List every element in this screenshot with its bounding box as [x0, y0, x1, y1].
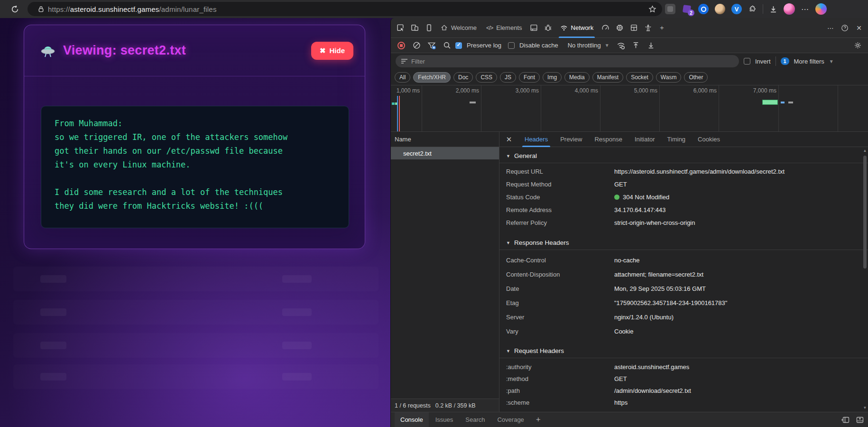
ghost-row: [13, 364, 379, 389]
throttling-select[interactable]: No throttling ▼: [565, 42, 612, 49]
drawer-tab-coverage[interactable]: Coverage: [491, 412, 529, 427]
close-detail-icon[interactable]: ✕: [499, 132, 518, 147]
chip-media[interactable]: Media: [564, 72, 590, 83]
drawer-tab-issues[interactable]: Issues: [430, 412, 459, 427]
drawer-tab-search[interactable]: Search: [460, 412, 490, 427]
tab-welcome[interactable]: Welcome: [436, 18, 481, 38]
password-manager-icon[interactable]: [698, 4, 709, 14]
chip-css[interactable]: CSS: [476, 72, 497, 83]
filter-input[interactable]: Filter: [396, 55, 739, 67]
extension-badge: 2: [688, 9, 694, 16]
add-tab-icon[interactable]: ＋: [656, 22, 668, 34]
devtools-help-icon[interactable]: [839, 22, 851, 34]
url-text: https://asteroid.sunshinectf.games/admin…: [48, 5, 217, 13]
chip-fetch-xhr[interactable]: Fetch/XHR: [413, 72, 451, 83]
copilot-icon[interactable]: [815, 3, 827, 15]
timeline-tick: 2,000 ms: [437, 87, 479, 94]
profile-avatar[interactable]: [784, 3, 795, 15]
add-drawer-tab-icon[interactable]: ＋: [531, 415, 546, 425]
more-filters-label[interactable]: More filters: [794, 58, 824, 65]
clear-network-log-icon[interactable]: [410, 39, 423, 52]
drawer-tab-console[interactable]: Console: [395, 412, 429, 427]
tab-initiator[interactable]: Initiator: [628, 132, 661, 147]
chip-img[interactable]: Img: [543, 72, 562, 83]
avatar-extension-icon[interactable]: [715, 4, 725, 14]
bookmark-star-icon[interactable]: [648, 5, 656, 13]
more-filters-badge: 1: [781, 57, 789, 65]
section-request-headers[interactable]: ▼ Request Headers: [499, 344, 868, 358]
chip-other[interactable]: Other: [684, 72, 708, 83]
chip-js[interactable]: JS: [500, 72, 516, 83]
device-toolbar-icon[interactable]: [408, 22, 421, 34]
extension-icon-purple[interactable]: 2: [682, 4, 692, 14]
expand-drawer-icon[interactable]: [856, 416, 864, 424]
tab-headers[interactable]: Headers: [518, 132, 554, 147]
memory-chip-icon[interactable]: [613, 22, 626, 34]
chip-all[interactable]: All: [395, 72, 410, 83]
scroll-up-icon[interactable]: ▲: [862, 148, 868, 154]
dock-side-icon[interactable]: [841, 416, 850, 424]
preserve-log-checkbox[interactable]: [455, 42, 462, 49]
detail-scrollbar[interactable]: ▲ ▼: [862, 148, 868, 411]
lighthouse-icon[interactable]: [641, 22, 655, 34]
page-title: Viewing: secret2.txt: [39, 43, 186, 58]
chip-socket[interactable]: Socket: [626, 72, 653, 83]
ghost-cell: [40, 342, 66, 349]
search-icon[interactable]: [440, 39, 453, 52]
triangle-down-icon: ▼: [506, 241, 510, 245]
ghost-cell: [40, 308, 66, 316]
tab-response[interactable]: Response: [588, 132, 628, 147]
network-settings-gear-icon[interactable]: [851, 39, 864, 52]
header-row: Content-Dispositionattachment; filename=…: [499, 267, 868, 281]
export-har-icon[interactable]: [645, 39, 658, 52]
request-list: Name secret2.txt 1 / 6 requests 0.2 kB /…: [391, 132, 499, 412]
request-list-name-header[interactable]: Name: [391, 132, 499, 147]
filter-funnel-icon[interactable]: [425, 39, 438, 52]
section-general[interactable]: ▼ General: [499, 149, 868, 163]
puzzle-extensions-icon[interactable]: [748, 5, 757, 13]
invert-checkbox[interactable]: [744, 58, 750, 65]
hide-button[interactable]: ✖ Hide: [311, 42, 353, 60]
console-panel-icon[interactable]: [527, 22, 541, 34]
inspect-icon[interactable]: [394, 22, 407, 34]
ufo-icon: [39, 44, 56, 58]
tab-elements[interactable]: </> Elements: [482, 18, 526, 38]
vimium-icon[interactable]: V: [731, 4, 742, 14]
devtools-more-icon[interactable]: ⋯: [824, 22, 837, 34]
section-response-headers[interactable]: ▼ Response Headers: [499, 236, 868, 250]
performance-gauge-icon[interactable]: [599, 22, 612, 34]
tab-timing[interactable]: Timing: [661, 132, 692, 147]
record-network-log-icon[interactable]: [395, 39, 408, 52]
tab-network[interactable]: Network: [556, 18, 598, 38]
chip-manifest[interactable]: Manifest: [592, 72, 623, 83]
chip-font[interactable]: Font: [519, 72, 540, 83]
disable-cache-checkbox[interactable]: [508, 42, 515, 49]
filter-lines-icon: [401, 59, 407, 64]
downloads-icon[interactable]: [769, 5, 777, 13]
application-icon[interactable]: [627, 22, 640, 34]
request-row-selected[interactable]: secret2.txt: [391, 147, 499, 159]
ghost-row: [13, 300, 379, 325]
timeline-tick: 5,000 ms: [616, 87, 657, 94]
invert-label: Invert: [755, 58, 771, 65]
header-row: Referrer Policystrict-origin-when-cross-…: [499, 216, 868, 229]
devtools-close-icon[interactable]: ✕: [853, 22, 865, 34]
reload-icon[interactable]: [7, 2, 23, 16]
browser-menu-icon[interactable]: ⋯: [801, 5, 809, 14]
bug-icon[interactable]: [542, 22, 555, 34]
chip-doc[interactable]: Doc: [453, 72, 473, 83]
import-har-icon[interactable]: [629, 39, 643, 52]
device-frame-icon[interactable]: [422, 22, 435, 34]
chevron-down-icon[interactable]: ▼: [829, 59, 834, 64]
tab-preview[interactable]: Preview: [554, 132, 588, 147]
waterfall-bar: [392, 102, 395, 105]
extension-icon-gray[interactable]: [665, 4, 675, 14]
address-bar[interactable]: https://asteroid.sunshinectf.games/admin…: [28, 2, 662, 16]
chip-wasm[interactable]: Wasm: [656, 72, 682, 83]
scroll-down-icon[interactable]: ▼: [862, 405, 868, 411]
scrollbar-thumb[interactable]: [863, 156, 867, 269]
network-overview-timeline[interactable]: 1,000 ms 2,000 ms 3,000 ms 4,000 ms 5,00…: [391, 85, 868, 132]
tab-cookies[interactable]: Cookies: [692, 132, 726, 147]
request-type-filters: All Fetch/XHR Doc CSS JS Font Img Media …: [391, 69, 868, 85]
network-conditions-icon[interactable]: [614, 39, 628, 52]
